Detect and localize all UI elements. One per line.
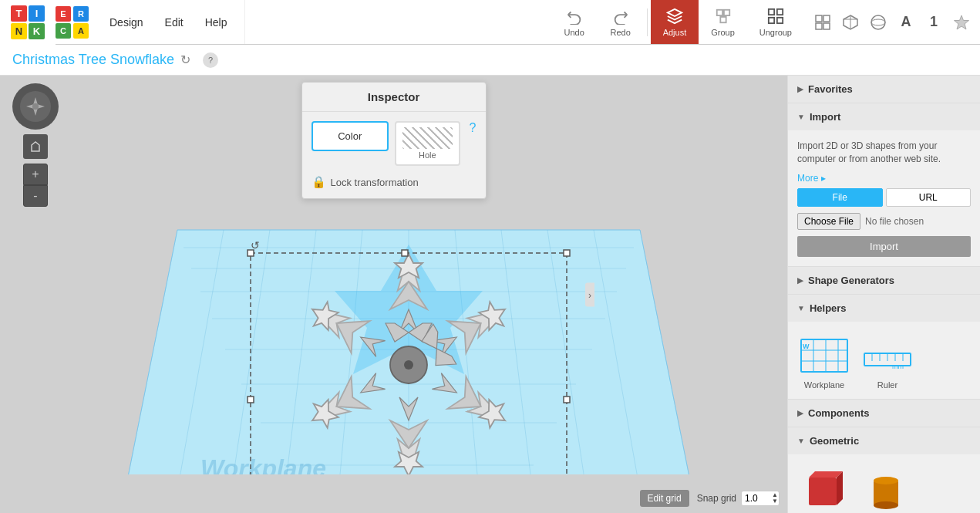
- snap-down-arrow[interactable]: ▼: [772, 498, 778, 505]
- import-label: Import: [810, 111, 840, 123]
- import-button[interactable]: Import: [797, 236, 971, 257]
- sidebar: ▶ Favorites ▼ Import Import 2D or 3D sha…: [787, 76, 980, 513]
- geometric-grid: Box Cylinder: [797, 464, 971, 513]
- hole-pattern: [402, 127, 453, 149]
- import-desc: Import 2D or 3D shapes from your compute…: [797, 140, 971, 166]
- nav-controls: + -: [12, 83, 59, 207]
- import-tabs: File URL: [797, 188, 971, 207]
- ruler-helper[interactable]: mm Ruler: [860, 331, 914, 390]
- edit-grid-button[interactable]: Edit grid: [640, 490, 689, 507]
- star-icon[interactable]: [949, 10, 974, 35]
- components-header[interactable]: ▶ Components: [788, 400, 980, 427]
- svg-rect-8: [823, 15, 830, 22]
- svg-point-15: [871, 19, 885, 25]
- nav-design[interactable]: Design: [100, 12, 153, 33]
- workplane-helper[interactable]: W Workplane: [797, 331, 851, 390]
- nav-edit[interactable]: Edit: [156, 12, 193, 33]
- title-bar: Christmas Tree Snowflake ↻ ?: [0, 45, 980, 76]
- adjust-button[interactable]: Adjust: [651, 0, 699, 44]
- shape-generators-section: ▶ Shape Generators: [788, 267, 980, 295]
- svg-marker-16: [955, 15, 969, 29]
- svg-rect-79: [564, 250, 570, 256]
- favorites-section: ▶ Favorites: [788, 76, 980, 103]
- sidebar-collapse-toggle[interactable]: ›: [585, 282, 594, 306]
- svg-point-105: [874, 477, 898, 484]
- zoom-out-button[interactable]: -: [23, 185, 48, 207]
- group-button[interactable]: Group: [699, 0, 747, 44]
- import-arrow: ▼: [797, 113, 805, 121]
- shape-generators-header[interactable]: ▶ Shape Generators: [788, 267, 980, 294]
- geometric-body: Box Cylinder: [788, 454, 980, 513]
- svg-text:Workplane: Workplane: [200, 454, 326, 474]
- nav-menu: Design Edit Help: [93, 0, 245, 44]
- geometric-header[interactable]: ▼ Geometric: [788, 427, 980, 454]
- helpers-body: W Workplane: [788, 322, 980, 399]
- svg-rect-80: [248, 397, 254, 403]
- cube-icon[interactable]: [838, 10, 863, 35]
- svg-rect-7: [816, 15, 822, 22]
- text-icon[interactable]: A: [894, 10, 918, 35]
- import-header[interactable]: ▼ Import: [788, 103, 980, 130]
- grid-view-icon[interactable]: [810, 10, 835, 35]
- svg-text:W: W: [803, 343, 810, 350]
- hole-label: Hole: [402, 150, 453, 160]
- project-title: Christmas Tree Snowflake: [12, 52, 174, 68]
- ungroup-button[interactable]: Ungroup: [747, 0, 804, 44]
- svg-rect-9: [816, 23, 822, 29]
- lock-label: Lock transformation: [331, 177, 419, 188]
- home-view-button[interactable]: [23, 134, 48, 159]
- logo-e: E: [56, 6, 71, 22]
- logo-c: C: [56, 23, 71, 39]
- redo-button[interactable]: Redo: [598, 0, 644, 44]
- nav-help[interactable]: Help: [196, 12, 237, 33]
- shape-generators-label: Shape Generators: [808, 275, 894, 286]
- geometric-section: ▼ Geometric Box: [788, 427, 980, 513]
- refresh-icon[interactable]: ↻: [180, 52, 190, 67]
- logo-k: K: [29, 23, 45, 39]
- app-logo[interactable]: T I N K: [0, 0, 56, 45]
- svg-rect-4: [777, 8, 783, 14]
- svg-rect-2: [720, 16, 726, 22]
- import-tab-file[interactable]: File: [797, 188, 883, 207]
- svg-rect-81: [564, 397, 570, 403]
- logo-a: A: [73, 23, 89, 39]
- favorites-header[interactable]: ▶ Favorites: [788, 76, 980, 103]
- number-icon[interactable]: 1: [921, 10, 946, 35]
- canvas-area[interactable]: + -: [0, 76, 787, 513]
- helpers-arrow: ▼: [797, 304, 805, 312]
- no-file-text: No file chosen: [865, 216, 924, 227]
- main-area: + -: [0, 76, 980, 513]
- logo-i: I: [29, 5, 45, 22]
- logo-r: R: [73, 6, 89, 22]
- choose-file-button[interactable]: Choose File: [797, 213, 860, 230]
- components-label: Components: [808, 407, 869, 419]
- inspector-panel: Inspector Color Hole ? 🔒 Lock transforma…: [301, 82, 487, 199]
- favorites-label: Favorites: [808, 83, 853, 95]
- helpers-label: Helpers: [810, 302, 847, 314]
- helpers-header[interactable]: ▼ Helpers: [788, 295, 980, 322]
- helpers-grid: W Workplane: [797, 331, 971, 390]
- import-tab-url[interactable]: URL: [886, 188, 972, 207]
- geometric-label: Geometric: [810, 435, 859, 447]
- helpers-section: ▼ Helpers: [788, 295, 980, 400]
- svg-point-14: [871, 15, 885, 29]
- import-more-link[interactable]: More ▸: [797, 173, 826, 184]
- ruler-label: Ruler: [877, 380, 897, 390]
- sphere-icon[interactable]: [866, 10, 891, 35]
- svg-rect-3: [769, 8, 774, 14]
- svg-text:↺: ↺: [251, 239, 260, 251]
- top-navbar: T I N K E R C A Design Edit Help Undo Re…: [0, 0, 980, 45]
- canvas-bottom-controls: Edit grid Snap grid ▲ ▼: [640, 490, 780, 507]
- color-button[interactable]: Color: [312, 121, 389, 151]
- help-badge[interactable]: ?: [203, 52, 218, 68]
- inspector-help-button[interactable]: ?: [470, 121, 477, 135]
- svg-rect-101: [809, 478, 837, 505]
- compass-control[interactable]: [12, 83, 59, 130]
- box-shape[interactable]: Box: [797, 464, 851, 513]
- components-section: ▶ Components: [788, 400, 980, 427]
- workplane-label: Workplane: [804, 380, 844, 390]
- cylinder-shape[interactable]: Cylinder: [859, 464, 913, 513]
- undo-button[interactable]: Undo: [551, 0, 598, 44]
- zoom-in-button[interactable]: +: [23, 164, 48, 185]
- svg-text:mm: mm: [892, 363, 904, 370]
